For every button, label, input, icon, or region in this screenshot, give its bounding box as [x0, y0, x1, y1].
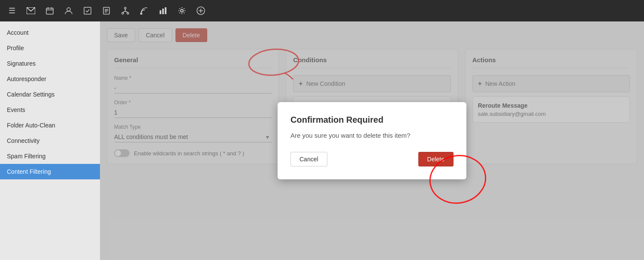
modal-cancel-button[interactable]: Cancel: [290, 152, 327, 166]
svg-point-21: [181, 9, 183, 12]
sidebar-item-folder-auto-clean[interactable]: Folder Auto-Clean: [0, 118, 100, 133]
svg-rect-6: [84, 7, 91, 14]
svg-rect-20: [165, 7, 166, 14]
topbar: ☰: [0, 0, 644, 21]
modal-message: Are you sure you want to delete this ite…: [290, 132, 454, 139]
menu-icon[interactable]: ☰: [4, 3, 20, 18]
feed-icon[interactable]: [136, 3, 152, 18]
svg-line-15: [123, 11, 125, 12]
tree-icon[interactable]: [118, 3, 133, 18]
sidebar-item-account[interactable]: Account: [0, 25, 100, 40]
modal-title: Confirmation Required: [290, 115, 454, 125]
overlay: Confirmation Required Are you sure you w…: [100, 21, 644, 260]
calendar-icon[interactable]: [42, 3, 57, 18]
sidebar-item-connectivity[interactable]: Connectivity: [0, 133, 100, 148]
chart-icon[interactable]: [155, 3, 171, 18]
tasks-icon[interactable]: [80, 3, 95, 18]
svg-point-12: [122, 12, 124, 14]
confirmation-modal: Confirmation Required Are you sure you w…: [278, 102, 466, 179]
contacts-icon[interactable]: [61, 3, 76, 18]
svg-line-16: [125, 11, 128, 12]
svg-point-11: [124, 7, 126, 9]
sidebar-item-profile[interactable]: Profile: [0, 40, 100, 56]
sidebar-item-signatures[interactable]: Signatures: [0, 56, 100, 71]
svg-point-5: [67, 8, 70, 11]
main-content: Save Cancel Delete General Name * Order …: [100, 21, 644, 260]
svg-rect-19: [162, 9, 164, 14]
add-circle-icon[interactable]: [193, 3, 209, 18]
svg-point-13: [127, 12, 129, 14]
modal-buttons: Cancel Delete: [290, 152, 454, 166]
sidebar: Account Profile Signatures Autoresponder…: [0, 21, 100, 260]
sidebar-item-autoresponder[interactable]: Autoresponder: [0, 71, 100, 87]
sidebar-item-spam-filtering[interactable]: Spam Filtering: [0, 148, 100, 164]
notes-icon[interactable]: [99, 3, 114, 18]
svg-rect-18: [160, 10, 161, 14]
settings-icon[interactable]: [174, 3, 190, 18]
svg-point-17: [140, 13, 142, 15]
layout: Account Profile Signatures Autoresponder…: [0, 21, 644, 260]
email-icon[interactable]: [23, 3, 39, 18]
svg-rect-1: [46, 8, 53, 14]
sidebar-item-events[interactable]: Events: [0, 102, 100, 118]
sidebar-item-calendar-settings[interactable]: Calendar Settings: [0, 87, 100, 102]
modal-delete-button[interactable]: Delete: [418, 152, 454, 166]
sidebar-item-content-filtering[interactable]: Content Filtering: [0, 164, 100, 179]
